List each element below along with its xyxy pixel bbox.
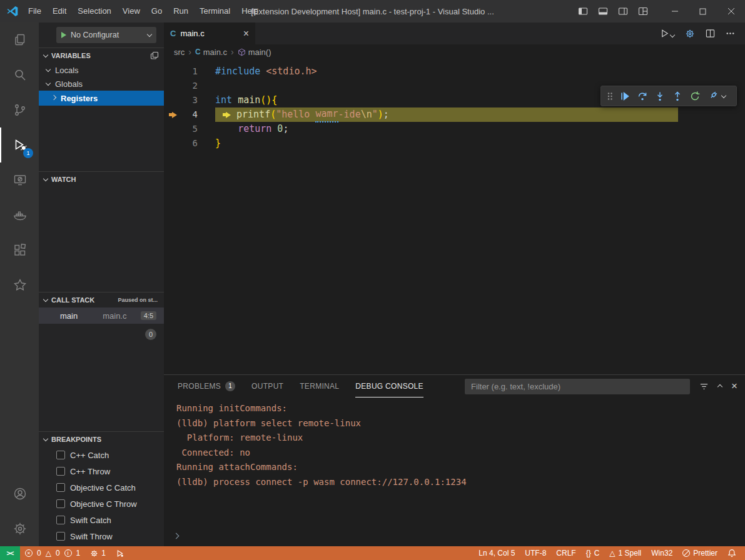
menu-edit[interactable]: Edit	[47, 0, 72, 22]
disconnect-button[interactable]	[704, 88, 721, 104]
variables-locals[interactable]: Locals	[39, 63, 164, 77]
notifications-bell[interactable]	[722, 546, 741, 560]
more-actions-icon[interactable]	[726, 29, 735, 38]
activity-search[interactable]	[0, 58, 39, 92]
chevron-down-icon[interactable]	[721, 92, 726, 98]
checkbox[interactable]	[56, 483, 65, 492]
activity-settings[interactable]	[0, 511, 39, 546]
tab-problems[interactable]: PROBLEMS 1	[178, 375, 235, 398]
activity-extensions[interactable]	[0, 232, 39, 268]
tab-debug-console[interactable]: DEBUG CONSOLE	[355, 375, 423, 398]
tab-main-c[interactable]: C main.c ×	[164, 22, 255, 44]
breakpoint-cpp-catch[interactable]: C++ Catch	[39, 447, 164, 463]
activity-remote-explorer[interactable]	[0, 162, 39, 198]
breakpoint-gutter[interactable]	[164, 122, 183, 136]
checkbox[interactable]	[56, 451, 65, 459]
console-line: Running initCommands:	[176, 401, 745, 416]
breakpoint-gutter[interactable]	[164, 93, 183, 108]
checkbox[interactable]	[56, 499, 65, 508]
activity-accounts[interactable]	[0, 476, 39, 511]
cursor-position[interactable]: Ln 4, Col 5	[474, 546, 520, 560]
bottom-panel: PROBLEMS 1 OUTPUT TERMINAL DEBUG CONSOLE…	[164, 374, 745, 546]
menu-run[interactable]: Run	[168, 0, 194, 22]
gear-indicator[interactable]: 1	[85, 546, 111, 560]
problems-status[interactable]: ×0 △0 i1	[20, 546, 85, 560]
current-frame-gutter[interactable]	[164, 108, 183, 122]
console-input-prompt[interactable]	[174, 531, 178, 541]
close-icon[interactable]: ×	[243, 29, 249, 39]
platform-indicator[interactable]: Win32	[646, 546, 677, 560]
console-filter-input[interactable]	[470, 381, 685, 392]
breadcrumb-symbol[interactable]: main()	[238, 48, 271, 57]
minimize-button[interactable]	[661, 0, 689, 22]
debug-config-dropdown[interactable]: No Configurat	[56, 27, 156, 43]
menu-go[interactable]: Go	[146, 0, 168, 22]
close-window-button[interactable]	[717, 0, 745, 22]
filter-icon[interactable]	[699, 382, 709, 391]
remote-indicator[interactable]: ><	[0, 546, 20, 560]
activity-explorer[interactable]	[0, 22, 39, 58]
frame-position-badge: 4:5	[141, 311, 156, 320]
breakpoint-objc-catch[interactable]: Objective C Catch	[39, 479, 164, 496]
debug-status[interactable]	[111, 546, 129, 560]
code-editor[interactable]: 1 #include <stdio.h> 2 3 int main(){	[164, 59, 745, 374]
variables-globals[interactable]: Globals	[39, 77, 164, 91]
continue-button[interactable]	[617, 88, 633, 104]
checkbox[interactable]	[56, 467, 65, 476]
toggle-panel-icon[interactable]	[598, 6, 608, 16]
step-into-button[interactable]	[652, 88, 668, 104]
toggle-secondary-sidebar-icon[interactable]	[618, 6, 628, 16]
start-debug-icon	[61, 32, 66, 38]
checkbox[interactable]	[56, 532, 65, 541]
restart-button[interactable]	[687, 88, 703, 104]
spell-checker-status[interactable]: △1 Spell	[604, 546, 646, 560]
eol-indicator[interactable]: CRLF	[551, 546, 580, 560]
variables-header[interactable]: VARIABLES	[39, 48, 164, 63]
activity-star[interactable]	[0, 268, 39, 302]
variables-registers[interactable]: Registers	[39, 91, 164, 106]
breakpoint-gutter[interactable]	[164, 79, 183, 93]
extensions-icon	[13, 242, 28, 258]
copy-icon[interactable]	[150, 51, 159, 60]
breakpoint-cpp-throw[interactable]: C++ Throw	[39, 463, 164, 479]
toggle-sidebar-icon[interactable]	[578, 6, 588, 16]
tab-terminal[interactable]: TERMINAL	[300, 375, 339, 398]
breakpoint-gutter[interactable]	[164, 64, 183, 79]
menu-selection[interactable]: Selection	[72, 0, 116, 22]
activity-source-control[interactable]	[0, 92, 39, 128]
debug-gear-icon[interactable]	[685, 29, 695, 39]
run-file-button[interactable]	[660, 29, 674, 38]
breakpoints-header[interactable]: BREAKPOINTS	[39, 432, 164, 447]
maximize-button[interactable]	[689, 0, 717, 22]
breadcrumb-folder[interactable]: src	[174, 48, 185, 57]
step-over-button[interactable]	[634, 88, 651, 104]
activity-run-debug[interactable]: 1	[0, 128, 39, 162]
maximize-panel-icon[interactable]	[717, 384, 722, 389]
split-editor-icon[interactable]	[706, 29, 715, 38]
menu-file[interactable]: File	[23, 0, 47, 22]
watch-header[interactable]: WATCH	[39, 172, 164, 187]
call-stack-header[interactable]: CALL STACK Paused on st...	[39, 292, 164, 308]
language-mode[interactable]: {}C	[581, 546, 605, 560]
customize-layout-icon[interactable]	[638, 6, 648, 16]
close-panel-icon[interactable]: ×	[731, 381, 737, 391]
session-badge: 0	[145, 329, 156, 340]
tab-output[interactable]: OUTPUT	[251, 375, 283, 398]
activity-docker[interactable]	[0, 198, 39, 232]
menu-view[interactable]: View	[117, 0, 146, 22]
checkbox[interactable]	[56, 516, 65, 524]
chevron-right-icon	[51, 95, 56, 100]
breadcrumb-file[interactable]: Cmain.c	[195, 48, 227, 57]
stack-frame-row[interactable]: main main.c 4:5	[39, 308, 164, 324]
breakpoint-swift-catch[interactable]: Swift Catch	[39, 512, 164, 528]
menu-terminal[interactable]: Terminal	[194, 0, 236, 22]
chevron-down-icon	[43, 52, 48, 58]
breakpoint-objc-throw[interactable]: Objective C Throw	[39, 496, 164, 512]
formatter-status[interactable]: Prettier	[677, 546, 722, 560]
encoding-indicator[interactable]: UTF-8	[520, 546, 551, 560]
breakpoint-gutter[interactable]	[164, 136, 183, 151]
drag-grip-icon[interactable]	[604, 88, 616, 104]
debug-console-output[interactable]: Running initCommands: (lldb) platform se…	[164, 398, 745, 546]
step-out-button[interactable]	[669, 88, 686, 104]
breakpoint-swift-throw[interactable]: Swift Throw	[39, 528, 164, 544]
